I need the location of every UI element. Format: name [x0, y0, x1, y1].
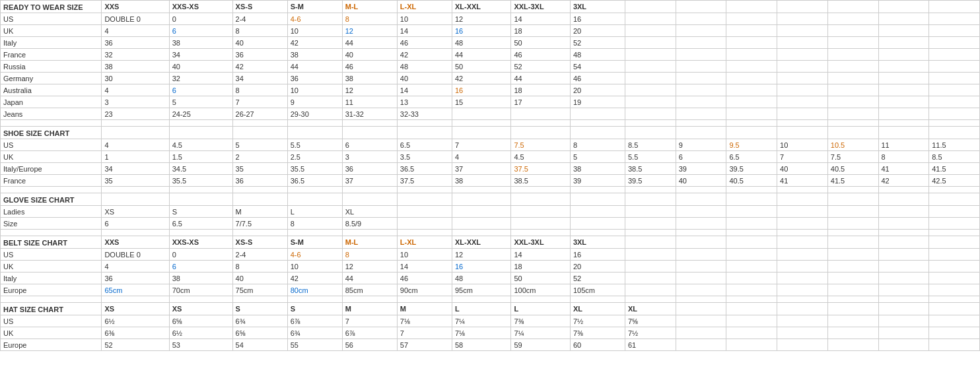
data-cell: 52 — [102, 339, 169, 351]
col-header-cell — [511, 127, 570, 139]
col-header-cell: S — [232, 303, 287, 315]
col-header-cell — [827, 193, 878, 206]
data-cell: 59 — [511, 339, 570, 351]
data-cell: 14 — [511, 249, 570, 261]
col-header-cell — [625, 1, 676, 13]
data-cell — [625, 49, 676, 61]
col-header-cell — [511, 193, 570, 206]
spacer-cell — [827, 230, 878, 236]
data-cell — [827, 249, 878, 261]
data-cell: 32-33 — [397, 108, 452, 120]
data-cell — [777, 49, 828, 61]
data-cell: 7¼ — [452, 315, 510, 327]
data-cell: 4 — [102, 84, 169, 96]
table-row: Italy363840424446485052 — [1, 37, 980, 49]
data-cell: 52 — [570, 37, 625, 49]
data-cell: 12 — [342, 261, 397, 273]
table-row: UK11.522.533.544.555.566.577.588.5 — [1, 151, 980, 163]
data-cell — [676, 249, 726, 261]
col-header-cell — [102, 193, 169, 206]
row-label: Australia — [1, 84, 102, 96]
spacer-cell — [397, 296, 452, 303]
data-cell — [570, 206, 625, 218]
data-cell: 42 — [287, 37, 342, 49]
spacer-cell — [397, 187, 452, 193]
row-label: Italy/Europe — [1, 163, 102, 175]
col-header-cell — [929, 236, 980, 249]
data-cell: 8 — [878, 151, 929, 163]
data-cell — [676, 261, 726, 273]
table-row: Japan35791113151719 — [1, 96, 980, 108]
spacer-cell — [827, 296, 878, 303]
data-cell — [929, 73, 980, 84]
spacer-cell — [232, 120, 287, 127]
col-header-cell — [342, 127, 397, 139]
data-cell — [827, 261, 878, 273]
table-row: UK6⅜6½6⅝6¾6⅞77⅛7¼7⅜7½ — [1, 327, 980, 339]
data-cell — [929, 37, 980, 49]
data-cell: 44 — [342, 273, 397, 284]
data-cell — [726, 206, 777, 218]
data-cell: 35 — [232, 163, 287, 175]
data-cell — [878, 61, 929, 73]
table-row: Russia384042444648505254 — [1, 61, 980, 73]
col-header-cell — [878, 127, 929, 139]
data-cell: 4.5 — [511, 151, 570, 163]
data-cell: 6 — [676, 151, 726, 163]
data-cell — [878, 25, 929, 37]
data-cell: 40.5 — [827, 163, 878, 175]
data-cell — [452, 206, 510, 218]
data-cell — [878, 206, 929, 218]
col-header-cell: 3XL — [570, 236, 625, 249]
col-header-cell — [676, 127, 726, 139]
data-cell: S — [169, 206, 232, 218]
data-cell — [511, 108, 570, 120]
data-cell — [676, 49, 726, 61]
data-cell: 4 — [102, 25, 169, 37]
data-cell: 61 — [625, 339, 676, 351]
col-header-cell: XL-XXL — [452, 236, 510, 249]
spacer-cell — [511, 120, 570, 127]
data-cell: 42 — [232, 61, 287, 73]
data-cell — [511, 206, 570, 218]
data-cell — [878, 249, 929, 261]
data-cell: 24-25 — [169, 108, 232, 120]
spacer-cell — [232, 187, 287, 193]
data-cell: 75cm — [232, 284, 287, 296]
data-cell — [625, 284, 676, 296]
section-header-row: GLOVE SIZE CHART — [1, 193, 980, 206]
data-cell — [827, 273, 878, 284]
spacer-cell — [726, 187, 777, 193]
data-cell — [827, 284, 878, 296]
data-cell — [929, 249, 980, 261]
row-label: Europe — [1, 339, 102, 351]
data-cell: 11 — [342, 96, 397, 108]
spacer-cell — [676, 187, 726, 193]
data-cell: 4-6 — [287, 13, 342, 25]
data-cell: 85cm — [342, 284, 397, 296]
data-cell: 44 — [287, 61, 342, 73]
col-header-cell — [625, 193, 676, 206]
data-cell: 48 — [452, 273, 510, 284]
data-cell: 37 — [452, 163, 510, 175]
data-cell — [676, 218, 726, 230]
col-header-cell — [827, 1, 878, 13]
data-cell — [676, 315, 726, 327]
spacer-cell — [102, 187, 169, 193]
data-cell: 40 — [397, 73, 452, 84]
spacer-cell — [878, 120, 929, 127]
col-header-cell — [827, 127, 878, 139]
col-header-cell — [570, 127, 625, 139]
data-cell: 7⅜ — [570, 327, 625, 339]
data-cell: 4-6 — [287, 249, 342, 261]
spacer-cell — [878, 296, 929, 303]
col-header-cell — [929, 193, 980, 206]
col-header-cell — [878, 236, 929, 249]
data-cell — [878, 339, 929, 351]
spacer-row — [1, 187, 980, 193]
row-label: Germany — [1, 73, 102, 84]
data-cell — [929, 284, 980, 296]
spacer-cell — [777, 230, 828, 236]
data-cell: M — [232, 206, 287, 218]
spacer-cell — [929, 187, 980, 193]
